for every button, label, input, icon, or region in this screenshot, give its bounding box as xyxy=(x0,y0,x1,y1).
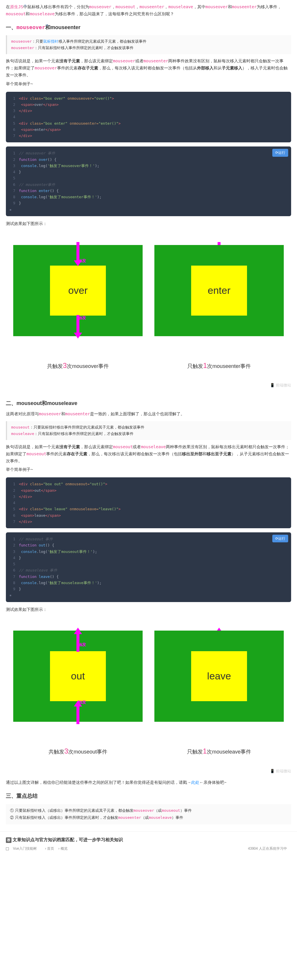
explanation-2: 换句话说就是，如果一个元素没有子元素，那么该元素绑定mouseout或者mous… xyxy=(6,444,291,465)
footer-knowledge: 荐文章知识点与官方知识档案匹配，可进一步学习相关知识 Vue入门技能树› 首页›… xyxy=(0,832,297,856)
learner-count: 43904 人正在系统学习中 xyxy=(248,846,287,851)
vue-icon xyxy=(6,847,9,850)
intro-paragraph: 在原生JS中鼠标移入移出事件有四个，分别为mouseover，mouseout，… xyxy=(6,3,291,18)
conclusion: 通过以上图文详解，相信你已经能清楚这些事件之间的区别了吧！如果你觉得还是有疑问的… xyxy=(6,779,291,786)
test-result-label: 测试效果如下图所示： xyxy=(6,220,291,228)
demo-diagram-2: 触发 触发 out 触发 共触发3次mouseout事件 触发 leave 只触… xyxy=(6,619,291,757)
result-leave: 只触发1次mouseleave事件 xyxy=(154,745,284,757)
footer-crumb-2[interactable]: 首页 xyxy=(47,846,54,851)
demo-box-leave: leave xyxy=(154,631,284,722)
result-over: 共触发3次mouseover事件 xyxy=(13,360,143,372)
code-block-js-2: ⟳运行 1// mouseout 事件 2function out() { 3 … xyxy=(6,532,291,602)
heading-2: 二、mouseout和mouseleave xyxy=(6,399,291,408)
code-block-html-1: 1<div class="box over" onmouseover="over… xyxy=(6,92,291,143)
result-out: 共触发3次mouseout事件 xyxy=(13,745,143,757)
run-button[interactable]: ⟳运行 xyxy=(272,149,288,156)
keyword-pointer[interactable]: 鼠标指针 xyxy=(43,39,59,43)
explanation-1: 换句话说就是，如果一个元素没有子元素，那么该元素绑定mouseover或者mou… xyxy=(6,58,291,78)
demo-box-out: 触发 out 触发 xyxy=(13,631,143,722)
footer-crumb-3[interactable]: 概览 xyxy=(60,846,68,851)
footer-crumb-1[interactable]: Vue入门技能树 xyxy=(6,846,41,851)
code-block-html-2: 1<div class="box out" onmouseout="out()"… xyxy=(6,477,291,528)
definition-box-2: mouseout：只要鼠标指针移出事件所绑定的元素或其子元素，都会触发该事件 m… xyxy=(6,421,291,440)
demo-box-enter: enter xyxy=(154,245,284,336)
result-enter: 只触发1次mouseenter事件 xyxy=(154,360,284,372)
example-label-2: 举个简单例子~ xyxy=(6,466,291,473)
run-button-2[interactable]: ⟳运行 xyxy=(272,535,288,542)
link-here[interactable]: 此处 xyxy=(191,780,199,785)
heading-1: 一、mouseover和mouseenter xyxy=(6,23,291,32)
watermark: 📱 前端微站 xyxy=(0,381,297,390)
test-result-label-2: 测试效果如下图所示： xyxy=(6,606,291,613)
watermark-2: 📱 前端微站 xyxy=(0,767,297,776)
demo-box-over: 触发 over 触发 xyxy=(13,245,143,336)
demo-diagram-1: 触发 触发 over 触发 共触发3次mouseover事件 触发 enter … xyxy=(6,233,291,372)
recommend-tag: 荐 xyxy=(6,837,11,843)
keyword-mouseover[interactable]: mouseover xyxy=(16,24,45,30)
summary-box: ① 只要鼠标指针移入（或移出）事件所绑定的元素或其子元素，都会触发mouseov… xyxy=(6,804,291,824)
keyword-nativejs[interactable]: 原生JS xyxy=(10,5,23,9)
code-block-js-1: ⟳运行 1// mouseover 事件 2function over() { … xyxy=(6,146,291,216)
p3: 这两者对比原理与mouseover和mouseenter是一致的，如果上面理解了… xyxy=(6,410,291,418)
example-label: 举个简单例子~ xyxy=(6,81,291,88)
heading-3: 三、重点总结 xyxy=(6,791,291,800)
definition-box-1: mouseover：只要鼠标指针移入事件所绑定的元素或其子元素，都会触发该事件 … xyxy=(6,35,291,54)
